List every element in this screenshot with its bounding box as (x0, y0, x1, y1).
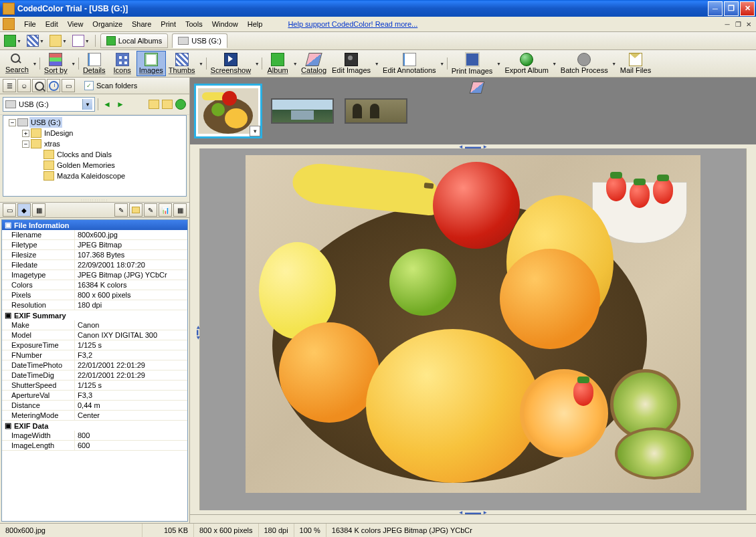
property-row[interactable]: MakeCanon (2, 320, 187, 330)
property-row[interactable]: ImageWidth800 (2, 431, 187, 441)
thumbnail[interactable] (269, 96, 336, 126)
menu-print[interactable]: Print (157, 19, 180, 29)
tab-usb[interactable]: USB (G:) (172, 33, 227, 48)
property-row[interactable]: ShutterSpeed1/125 s (2, 381, 187, 391)
panel-button[interactable]: ▼ (25, 33, 45, 48)
tree-node-mazda[interactable]: Mazda Kaleidoscope (56, 171, 126, 181)
tab-browser-icon[interactable]: ▭ (62, 79, 75, 92)
menu-organize[interactable]: Organize (88, 19, 126, 29)
view-images-button[interactable]: Images (136, 51, 166, 76)
property-row[interactable]: Filesize107.368 Bytes (2, 250, 187, 260)
property-row[interactable]: Distance0,44 m (2, 401, 187, 411)
print-images-button[interactable]: Print Images (449, 51, 496, 76)
search-button[interactable]: Search (3, 51, 31, 76)
menu-window[interactable]: Window (208, 19, 242, 29)
section-exif-data[interactable]: ▣EXIF Data (2, 421, 187, 431)
collapse-icon[interactable]: ▣ (5, 421, 11, 430)
thumbnail[interactable] (343, 96, 409, 126)
properties-grid[interactable]: ▣File Information Filename800x600.jpgFil… (1, 219, 188, 522)
menu-tools[interactable]: Tools (181, 19, 207, 29)
props-tab-histo-icon[interactable]: ▦ (32, 203, 45, 217)
expand-toggle[interactable]: − (9, 119, 16, 126)
property-row[interactable]: DateTimeDig22/01/2001 22:01:29 (2, 370, 187, 381)
property-row[interactable]: Colors16384 K colors (2, 280, 187, 290)
props-folder-icon[interactable] (129, 203, 143, 217)
sortby-dropdown[interactable]: ▼ (70, 50, 77, 77)
mdi-restore-button[interactable]: ❐ (733, 19, 743, 29)
props-grid-icon[interactable]: ▦ (173, 203, 187, 217)
props-tab-info-icon[interactable]: ▭ (3, 203, 16, 217)
drive-combo[interactable]: USB (G:) ▼ (3, 97, 95, 112)
tab-search-icon[interactable] (32, 79, 45, 92)
edit-images-dropdown[interactable]: ▼ (373, 50, 380, 77)
export-album-button[interactable]: Export Album (502, 51, 551, 76)
folder-tree[interactable]: −USB (G:) +InDesign −xtras Clocks and Di… (3, 115, 187, 197)
screenshow-button[interactable]: Screenshow (208, 51, 254, 76)
refresh-button[interactable] (175, 98, 187, 110)
tab-clock-icon[interactable] (47, 79, 60, 92)
thumbnail-strip[interactable] (190, 78, 756, 144)
tab-people-icon[interactable]: ☺ (17, 79, 31, 92)
scan-folders-checkbox[interactable]: ✓ (84, 81, 94, 90)
edit-images-button[interactable]: Edit Images (329, 51, 373, 76)
tab-tree-icon[interactable]: ☰ (3, 79, 16, 92)
mdi-minimize-button[interactable]: ─ (723, 19, 732, 29)
property-row[interactable]: Pixels800 x 600 pixels (2, 290, 187, 300)
property-row[interactable]: FiletypeJPEG Bitmap (2, 240, 187, 250)
property-row[interactable]: ExposureTime1/125 s (2, 340, 187, 350)
album-dropdown[interactable]: ▼ (292, 50, 298, 77)
new-folder-button[interactable] (161, 98, 173, 110)
drive-combo-dropdown[interactable]: ▼ (82, 99, 92, 110)
expand-toggle[interactable]: − (22, 140, 29, 148)
batch-dropdown[interactable]: ▼ (611, 50, 618, 77)
print-dropdown[interactable]: ▼ (495, 50, 502, 77)
new-button[interactable]: ▼ (3, 33, 23, 48)
tree-node-clocks[interactable]: Clocks and Dials (56, 149, 113, 160)
property-row[interactable]: Resolution180 dpi (2, 300, 187, 310)
tab-local-albums[interactable]: Local Albums (100, 33, 168, 48)
donate-link[interactable]: Help support CodedColor! Read more... (288, 20, 417, 28)
edit-annotations-button[interactable]: Edit Annotations (380, 51, 439, 76)
view-details-button[interactable]: Details (80, 51, 108, 76)
props-chart-icon[interactable]: 📊 (159, 203, 172, 217)
minimize-button[interactable]: ─ (708, 1, 723, 16)
search-dropdown[interactable]: ▼ (31, 50, 38, 77)
tree-node-root[interactable]: USB (G:) (29, 117, 62, 128)
screenshow-dropdown[interactable]: ▼ (254, 50, 260, 77)
export-dropdown[interactable]: ▼ (551, 50, 558, 77)
props-write-icon[interactable]: ✎ (114, 203, 128, 217)
catalog-button[interactable]: Catalog (298, 51, 329, 76)
property-row[interactable]: ApertureValF3,3 (2, 391, 187, 401)
props-edit-icon[interactable]: ✎ (144, 203, 157, 217)
menu-view[interactable]: View (64, 19, 88, 29)
property-row[interactable]: FNumberF3,2 (2, 350, 187, 360)
thumbs-dropdown[interactable]: ▼ (198, 50, 205, 77)
property-row[interactable]: Filename800x600.jpg (2, 230, 187, 240)
menu-share[interactable]: Share (128, 19, 155, 29)
view-icons-button[interactable]: Icons (108, 51, 136, 76)
image-mode-button[interactable]: ▼ (71, 33, 91, 48)
tree-node-golden[interactable]: Golden Memories (56, 160, 116, 171)
up-folder-button[interactable] (148, 98, 160, 110)
menu-help[interactable]: Help (244, 19, 267, 29)
property-row[interactable]: ImagetypeJPEG Bitmap (JPG) YCbCr (2, 270, 187, 280)
property-row[interactable]: MeteringModeCenter (2, 411, 187, 421)
property-row[interactable]: ModelCanon IXY DIGITAL 300 (2, 330, 187, 340)
close-button[interactable]: ✕ (740, 1, 755, 16)
expand-toggle[interactable]: + (22, 130, 29, 137)
mail-files-button[interactable]: Mail Files (618, 51, 654, 76)
batch-process-button[interactable]: Batch Process (558, 51, 611, 76)
property-row[interactable]: DateTimePhoto22/01/2001 22:01:29 (2, 360, 187, 370)
album-button[interactable]: Album (264, 51, 292, 76)
sortby-button[interactable]: Sort by (41, 51, 70, 76)
menu-edit[interactable]: Edit (41, 19, 62, 29)
open-folder-button[interactable]: ▼ (48, 33, 68, 48)
image-preview[interactable] (200, 148, 746, 510)
collapse-icon[interactable]: ▣ (5, 221, 11, 229)
props-tab-exif-icon[interactable]: ◆ (17, 203, 31, 217)
view-thumbs-button[interactable]: Thumbs (166, 51, 198, 76)
menu-file[interactable]: File (20, 19, 40, 29)
collapse-icon[interactable]: ▣ (5, 311, 11, 320)
section-exif-summary[interactable]: ▣EXIF Summary (2, 310, 187, 320)
tag-icon[interactable] (470, 82, 485, 94)
